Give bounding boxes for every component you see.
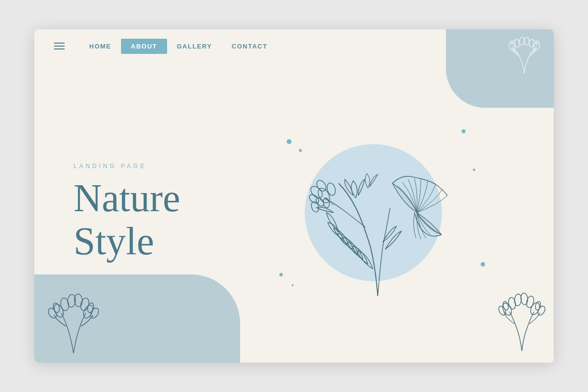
svg-point-33	[52, 302, 61, 313]
navbar: HOME ABOUT GALLERY CONTACT	[34, 29, 554, 63]
nav-links: HOME ABOUT GALLERY CONTACT	[79, 39, 277, 54]
nav-item-contact[interactable]: CONTACT	[222, 39, 277, 54]
hero-title: Nature Style	[74, 176, 260, 263]
svg-point-20	[525, 295, 535, 309]
dot-5	[279, 273, 283, 276]
svg-point-25	[535, 301, 541, 311]
hamburger-icon[interactable]	[54, 43, 65, 49]
nav-item-home[interactable]: HOME	[79, 39, 121, 54]
svg-point-34	[89, 307, 100, 319]
svg-point-35	[87, 302, 95, 313]
nav-item-gallery[interactable]: GALLERY	[167, 39, 222, 54]
svg-point-14	[315, 196, 325, 207]
nav-item-about[interactable]: ABOUT	[121, 39, 167, 54]
landing-label: LANDING PAGE	[74, 163, 260, 170]
svg-point-22	[497, 305, 507, 316]
hero-illustration	[260, 100, 514, 325]
dot-7	[481, 262, 485, 267]
hero-section: LANDING PAGE Nature Style	[34, 63, 554, 363]
svg-point-32	[47, 307, 58, 319]
svg-point-10	[326, 182, 337, 196]
botanical-svg	[285, 120, 471, 306]
dot-4	[473, 169, 475, 171]
svg-point-9	[309, 184, 325, 200]
hero-title-line1: Nature	[74, 176, 180, 220]
plant-bottom-left-icon	[44, 285, 103, 355]
hero-text: LANDING PAGE Nature Style	[74, 163, 260, 263]
page-container: HOME ABOUT GALLERY CONTACT LANDING PAGE …	[34, 29, 554, 363]
svg-point-24	[537, 305, 546, 316]
hero-title-line2: Style	[74, 220, 154, 263]
plant-bottom-right-icon	[495, 287, 549, 353]
